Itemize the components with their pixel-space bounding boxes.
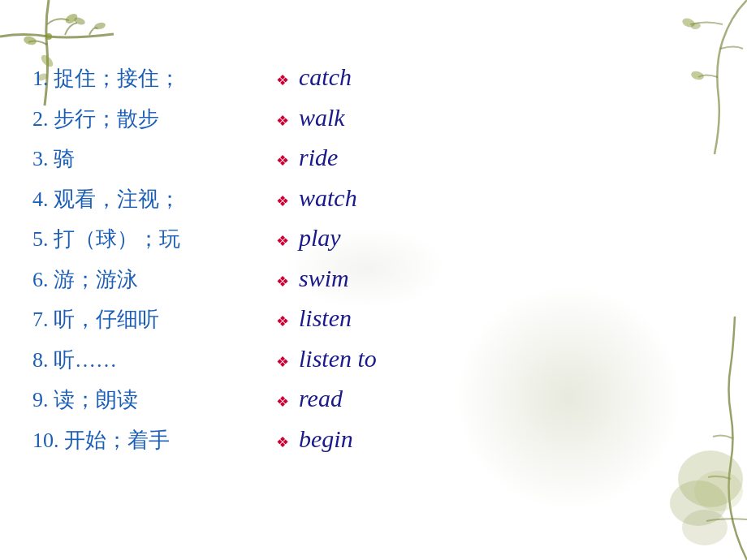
english-part: ❖read (276, 378, 343, 419)
svg-point-2 (23, 35, 37, 46)
chinese-text: 9. 读；朗读 (32, 383, 276, 418)
vocab-item: 6. 游；游泳❖swim (32, 258, 715, 299)
vocab-item: 9. 读；朗读❖read (32, 378, 715, 419)
diamond-bullet-icon: ❖ (276, 69, 289, 93)
vocab-item: 4. 观看，注视；❖watch (32, 178, 715, 218)
english-part: ❖watch (276, 178, 357, 218)
vocab-item: 5. 打（球）；玩❖play (32, 218, 715, 258)
english-text: walk (299, 97, 345, 138)
vocab-item: 3. 骑❖ride (32, 137, 715, 178)
vocab-item: 8. 听……❖listen to (32, 338, 715, 379)
english-part: ❖walk (276, 97, 345, 138)
chinese-text: 8. 听…… (32, 343, 276, 378)
svg-point-0 (64, 12, 80, 26)
english-text: catch (299, 57, 352, 97)
english-text: play (299, 218, 341, 258)
english-part: ❖ride (276, 137, 338, 178)
vocabulary-list: 1. 捉住；接住；❖catch2. 步行；散步❖walk3. 骑❖ride4. … (32, 57, 715, 459)
english-part: ❖listen (276, 298, 352, 338)
svg-point-6 (45, 33, 52, 40)
vocab-item: 2. 步行；散步❖walk (32, 97, 715, 138)
svg-point-1 (73, 16, 86, 26)
diamond-bullet-icon: ❖ (276, 390, 289, 415)
english-part: ❖catch (276, 57, 352, 97)
main-content: 1. 捉住；接住；❖catch2. 步行；散步❖walk3. 骑❖ride4. … (32, 57, 715, 528)
english-part: ❖swim (276, 258, 349, 299)
english-text: ride (299, 137, 338, 178)
english-text: read (299, 378, 343, 419)
diamond-bullet-icon: ❖ (276, 190, 289, 214)
svg-point-7 (681, 17, 696, 29)
english-text: watch (299, 178, 357, 218)
chinese-text: 2. 步行；散步 (32, 102, 276, 137)
vocab-item: 1. 捉住；接住；❖catch (32, 57, 715, 97)
english-text: listen to (299, 338, 377, 379)
english-part: ❖begin (276, 419, 353, 459)
diamond-bullet-icon: ❖ (276, 110, 289, 134)
diamond-bullet-icon: ❖ (276, 270, 289, 295)
vocab-item: 7. 听，仔细听❖listen (32, 298, 715, 338)
diamond-bullet-icon: ❖ (276, 351, 289, 375)
english-text: begin (299, 419, 353, 459)
diamond-bullet-icon: ❖ (276, 431, 289, 455)
english-text: listen (299, 298, 352, 338)
svg-point-3 (93, 21, 106, 30)
diamond-bullet-icon: ❖ (276, 310, 289, 334)
svg-point-8 (690, 22, 701, 30)
chinese-text: 7. 听，仔细听 (32, 303, 276, 338)
chinese-text: 1. 捉住；接住； (32, 62, 276, 97)
chinese-text: 6. 游；游泳 (32, 263, 276, 298)
chinese-text: 4. 观看，注视； (32, 183, 276, 218)
english-part: ❖listen to (276, 338, 377, 379)
diamond-bullet-icon: ❖ (276, 230, 289, 254)
english-part: ❖play (276, 218, 341, 258)
chinese-text: 5. 打（球）；玩 (32, 222, 276, 257)
chinese-text: 10. 开始；着手 (32, 424, 276, 459)
diamond-bullet-icon: ❖ (276, 149, 289, 174)
chinese-text: 3. 骑 (32, 142, 276, 177)
english-text: swim (299, 258, 349, 299)
vocab-item: 10. 开始；着手❖begin (32, 419, 715, 459)
